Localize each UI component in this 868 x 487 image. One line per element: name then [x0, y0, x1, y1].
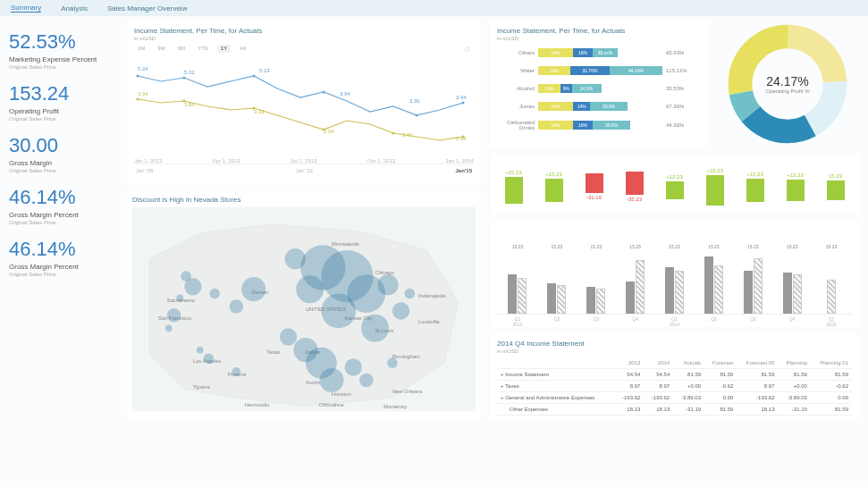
svg-point-54 — [230, 299, 244, 314]
table-header[interactable]: 2013 — [614, 357, 644, 369]
svg-text:3.44: 3.44 — [456, 95, 467, 100]
stacked-seg: 9% — [560, 84, 572, 93]
wf-bar — [666, 181, 684, 199]
stacked-row[interactable]: Juices14%14%30.0%67.36% — [497, 102, 702, 111]
line-chart[interactable]: 5.24 5.02 5.23 3.94 3.36 3.44 3.94 3.84 … — [134, 58, 474, 156]
tab-analysis[interactable]: Analysis — [61, 4, 88, 13]
x-tick: Apr 1, 2013 — [213, 158, 240, 164]
bc-bar-a — [547, 283, 556, 314]
table-header[interactable]: Forecast 05 — [737, 357, 778, 369]
table-row[interactable]: + General and Administrative Expenses-19… — [497, 392, 852, 404]
income-table[interactable]: 20132014ActualsForecastForecast 05Planni… — [497, 357, 852, 416]
stacked-bar: 14%31.70%46.14% — [538, 66, 662, 75]
table-cell: + General and Administrative Expenses — [497, 392, 614, 404]
range-all[interactable]: All — [236, 45, 249, 53]
table-cell: 18.13 — [644, 404, 673, 416]
stacked-seg: 38.xx% — [593, 48, 618, 57]
range-1y[interactable]: 1Y — [217, 45, 231, 53]
bc-col[interactable]: 15.23 — [775, 244, 809, 314]
table-header[interactable]: Planning 01 — [811, 357, 852, 369]
bc-value: 15.23 — [512, 244, 524, 249]
table-cell: 81.59 — [811, 369, 852, 381]
svg-text:Houston: Houston — [332, 391, 351, 397]
us-map[interactable]: UNITED STATES Sacramento San Francisco L… — [132, 204, 476, 415]
bc-col[interactable]: 15.23 — [814, 244, 848, 314]
bc-col[interactable]: 15.23 — [619, 244, 653, 314]
stacked-bar-card: Income Statement, Per Time, for Actuals … — [490, 21, 709, 147]
stacked-bars[interactable]: Others14%16%38.xx%65.93%Water14%31.70%46… — [497, 48, 702, 130]
bc-col[interactable]: 15.23 — [501, 244, 535, 314]
bc-xtick: Q3 — [736, 316, 770, 327]
wf-value: +15.23 — [746, 172, 763, 177]
line-chart-card: Income Statement, Per Time, for Actuals … — [127, 21, 481, 185]
kpi[interactable]: 30.00 Gross Margin Original Sales Price — [9, 134, 118, 173]
bc-col[interactable]: 15.23 — [696, 244, 730, 314]
wf-bar — [746, 179, 764, 202]
svg-point-58 — [176, 295, 183, 302]
table-cell: -193.62 — [644, 392, 673, 404]
range-ytd[interactable]: YTD — [194, 45, 212, 53]
bc-col[interactable]: 15.23 — [658, 244, 692, 314]
wf-col[interactable]: +15.23 — [497, 170, 530, 204]
svg-text:Minneapolis: Minneapolis — [332, 241, 359, 247]
kpi[interactable]: 46.14% Gross Margin Percent Original Sal… — [9, 186, 118, 225]
tab-summary[interactable]: Summary — [11, 4, 41, 13]
range-3m[interactable]: 3M — [154, 45, 168, 53]
stacked-seg: 24.5% — [572, 84, 602, 93]
tab-sales-manager[interactable]: Sales Manager Overveiw — [107, 4, 187, 13]
time-brush[interactable]: Jan '08 Jan '13 Jan'15 — [134, 164, 474, 181]
stacked-row[interactable]: Alcohol14%9%24.5%33.53% — [497, 84, 702, 93]
kpi-sub: Original Sales Price — [9, 272, 118, 277]
table-row[interactable]: + Income Statement54.5454.5481.5981.5981… — [497, 369, 852, 381]
x-tick: Jan 1, 2014 — [446, 158, 474, 164]
bc-value: 15.23 — [787, 244, 798, 249]
wf-col[interactable]: 15.23 — [819, 173, 852, 200]
table-row[interactable]: Other Expenses18.1318.13-31.1981.5918.13… — [497, 404, 852, 416]
stacked-seg: 16% — [573, 48, 593, 57]
bc-bar-a — [665, 267, 674, 314]
wf-col[interactable]: -31.10 — [577, 173, 611, 200]
table-header[interactable]: Planning — [778, 357, 810, 369]
bc-col[interactable]: 15.23 — [540, 244, 574, 314]
bc-bars — [827, 251, 836, 314]
donut-chart[interactable]: 24.17% Operating Profit % — [725, 21, 850, 147]
wf-col[interactable]: -35.23 — [618, 172, 651, 202]
table-header[interactable]: Forecast — [704, 357, 737, 369]
stacked-row[interactable]: Carbonated Drinks14%16%30.0%44.26% — [497, 120, 702, 130]
svg-point-55 — [209, 289, 220, 299]
table-header[interactable] — [497, 357, 614, 369]
table-cell: -193.62 — [737, 392, 778, 404]
wf-col[interactable]: +15.23 — [779, 172, 812, 201]
range-custom-icon[interactable]: ▢ — [461, 45, 474, 53]
bc-col[interactable]: 15.23 — [736, 244, 770, 314]
table-header[interactable]: 2014 — [644, 357, 673, 369]
bar-compare-chart[interactable]: 15.2315.2315.2315.2315.2315.2315.2315.23… — [497, 225, 852, 315]
kpi[interactable]: 46.14% Gross Margin Percent Original Sal… — [9, 238, 118, 277]
wf-value: 15.23 — [829, 173, 842, 179]
stacked-label: Juices — [497, 104, 535, 109]
time-range-selector: 1M 3M 6M YTD 1Y All ▢ — [134, 45, 474, 53]
wf-col[interactable]: +12.23 — [658, 174, 691, 199]
bc-bar-a — [508, 274, 517, 314]
table-row[interactable]: + Taxes8.978.97+0.00-0.628.97+0.00-0.62 — [497, 381, 852, 392]
stacked-row[interactable]: Water14%31.70%46.14%115.11% — [497, 66, 702, 75]
wf-col[interactable]: +15.23 — [738, 172, 771, 202]
table-header[interactable]: Actuals — [673, 357, 704, 369]
svg-text:Louisville: Louisville — [418, 319, 440, 324]
wf-col[interactable]: +15.23 — [537, 172, 570, 202]
stacked-total: 33.53% — [666, 86, 702, 91]
bar-compare-xaxis: Q12013Q2Q3Q4Q12014Q2Q3Q4Q12015 — [497, 315, 852, 327]
table-cell: 8.97 — [737, 381, 778, 392]
kpi[interactable]: 153.24 Operating Profit Original Sales P… — [9, 82, 118, 122]
waterfall-chart[interactable]: +15.23+15.23-31.10-35.23+12.23+15.23+15.… — [497, 157, 852, 211]
table-cell: 0.00 — [704, 392, 737, 404]
stacked-row[interactable]: Others14%16%38.xx%65.93% — [497, 48, 702, 57]
bc-col[interactable]: 15.23 — [579, 244, 613, 314]
svg-text:Chihuahua: Chihuahua — [318, 402, 344, 407]
range-1m[interactable]: 1M — [134, 45, 148, 53]
kpi[interactable]: 52.53% Marketing Expense Percent Origina… — [9, 30, 118, 70]
range-6m[interactable]: 6M — [174, 45, 189, 53]
wf-bar — [505, 177, 523, 204]
wf-col[interactable]: +15.23 — [698, 168, 731, 206]
stacked-bar: 14%9%24.5% — [538, 84, 662, 93]
